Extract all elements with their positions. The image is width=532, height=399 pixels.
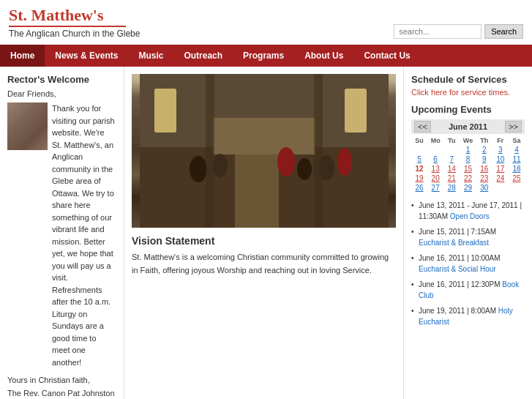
header-left: St. Matthew's The Anglican Church in the… — [9, 6, 140, 39]
church-image-inner — [132, 74, 396, 228]
rectors-welcome-title: Rector's Welcome — [7, 74, 116, 85]
main-wrapper: Rector's Welcome Dear Friends, Thank you… — [0, 67, 532, 399]
right-column: Schedule of Services Click here for serv… — [404, 67, 532, 399]
calendar-month: June 2011 — [449, 122, 487, 131]
nav: Home News & Events Music Outreach Progra… — [0, 45, 532, 67]
svg-point-9 — [277, 147, 295, 176]
cal-day-th: Th — [476, 136, 492, 145]
event-item-2: June 15, 2011 | 7:15AM Eucharist & Break… — [411, 226, 525, 248]
dear-friends: Dear Friends, — [7, 89, 116, 98]
nav-music[interactable]: Music — [128, 45, 173, 67]
svg-rect-13 — [206, 74, 214, 228]
cal-day-fr: Fr — [492, 136, 509, 145]
cal-day-tu: Tu — [443, 136, 460, 145]
vision-text: St. Matthew's is a welcoming Christian c… — [132, 251, 396, 277]
click-times[interactable]: Click here for service times. — [411, 88, 525, 97]
schedule-title: Schedule of Services — [411, 74, 525, 85]
svg-point-7 — [190, 156, 207, 182]
left-column: Rector's Welcome Dear Friends, Thank you… — [0, 67, 124, 399]
cal-day-su: Su — [411, 136, 427, 145]
cal-day-mo: Mo — [427, 136, 443, 145]
cal-week-4: 19 20 21 22 23 24 25 — [411, 174, 525, 183]
svg-rect-3 — [213, 118, 315, 154]
site-subtitle: The Anglican Church in the Glebe — [9, 29, 140, 39]
calendar: << June 2011 >> Su Mo Tu We Th Fr Sa — [411, 119, 525, 193]
nav-news-events[interactable]: News & Events — [45, 45, 128, 67]
cal-week-2: 5 6 7 8 9 10 11 — [411, 154, 525, 164]
rector-text: Thank you for visiting our parish websit… — [52, 102, 116, 368]
calendar-prev-button[interactable]: << — [414, 121, 431, 133]
event-2-date: June 15, 2011 | 7:15AM — [419, 228, 496, 236]
event-item-3: June 16, 2011 | 10:00AM Eucharist & Soci… — [411, 253, 525, 275]
event-item-1: June 13, 2011 - June 17, 2011 | 11:30AM … — [411, 200, 525, 222]
title-underline — [9, 26, 126, 27]
church-image — [132, 74, 396, 228]
svg-rect-6 — [345, 89, 367, 133]
nav-about-us[interactable]: About Us — [294, 45, 353, 67]
search-button[interactable]: Search — [484, 24, 523, 39]
site-title: St. Matthew's — [9, 6, 140, 25]
center-column: Vision Statement St. Matthew's is a welc… — [124, 67, 404, 399]
cal-day-sa: Sa — [509, 136, 525, 145]
svg-point-8 — [213, 154, 228, 177]
svg-rect-5 — [154, 89, 176, 133]
church-interior-svg — [140, 74, 389, 228]
svg-point-12 — [337, 148, 352, 176]
event-1-link[interactable]: Open Doors — [450, 212, 490, 220]
rector-name: The Rev. Canon Pat Johnston — [7, 389, 115, 398]
upcoming-title: Upcoming Events — [411, 104, 525, 115]
svg-rect-14 — [314, 74, 323, 228]
yours-in: Yours in Christian faith, The Rev. Canon… — [7, 374, 116, 399]
nav-contact-us[interactable]: Contact Us — [353, 45, 420, 67]
nav-home[interactable]: Home — [0, 45, 45, 67]
header: St. Matthew's The Anglican Church in the… — [0, 0, 532, 45]
event-4-date: June 16, 2011 | 12:30PM — [419, 280, 502, 288]
yours-in-text: Yours in Christian faith, — [7, 376, 90, 384]
event-2-link[interactable]: Eucharist & Breakfast — [419, 239, 489, 247]
click-times-text: Click here for service times. — [411, 88, 510, 97]
search-area: Search — [394, 24, 523, 39]
search-input[interactable] — [394, 24, 482, 39]
event-item-5: June 19, 2011 | 8:00AM Holy Eucharist — [411, 305, 525, 327]
calendar-next-button[interactable]: >> — [505, 121, 522, 133]
event-5-date: June 19, 2011 | 8:00AM — [419, 307, 498, 315]
cal-week-1: 1 2 3 4 — [411, 145, 525, 154]
nav-outreach[interactable]: Outreach — [173, 45, 233, 67]
event-3-link[interactable]: Eucharist & Social Hour — [419, 265, 496, 273]
rector-photo — [7, 102, 48, 150]
events-list: June 13, 2011 - June 17, 2011 | 11:30AM … — [411, 200, 525, 327]
nav-programs[interactable]: Programs — [233, 45, 294, 67]
event-3-date: June 16, 2011 | 10:00AM — [419, 254, 501, 262]
calendar-header: << June 2011 >> — [411, 119, 525, 134]
cal-week-3: 12 13 14 15 16 17 18 — [411, 164, 525, 174]
svg-point-10 — [297, 158, 312, 180]
rector-photo-img — [7, 102, 48, 150]
calendar-grid: Su Mo Tu We Th Fr Sa 1 2 — [411, 136, 525, 193]
cal-day-we: We — [460, 136, 476, 145]
rector-content: Thank you for visiting our parish websit… — [7, 102, 116, 368]
cal-week-5: 26 27 28 29 30 — [411, 183, 525, 193]
vision-title: Vision Statement — [132, 235, 396, 247]
event-item-4: June 16, 2011 | 12:30PM Book Club — [411, 279, 525, 301]
